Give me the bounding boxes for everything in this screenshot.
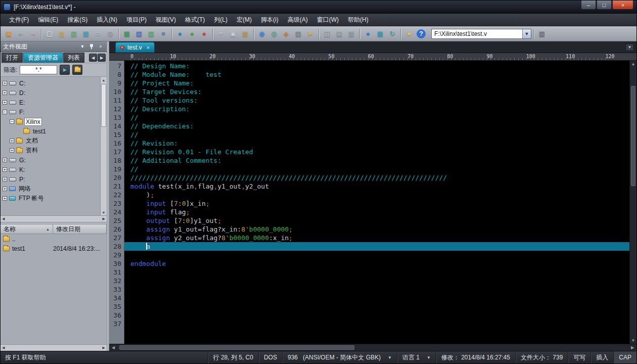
scroll-left-icon[interactable]: ◀: [2, 346, 5, 350]
scroll-left-icon[interactable]: ◀: [2, 217, 5, 221]
collapse-icon[interactable]: −: [10, 119, 14, 124]
code-line-10[interactable]: // Target Devices:: [124, 87, 629, 96]
code-line-36[interactable]: [124, 311, 629, 320]
chrome-browser-icon[interactable]: ●: [199, 28, 210, 39]
code-line-27[interactable]: assign y2_out=flag?8'b0000_0000:x_in;: [124, 234, 629, 242]
scroll-down-icon[interactable]: ▼: [101, 209, 107, 215]
code-line-12[interactable]: // Description:: [124, 105, 629, 113]
sidebar-tab-open[interactable]: 打开: [2, 53, 23, 63]
tree-item-drive-g[interactable]: +G:: [1, 155, 100, 165]
code-line-20[interactable]: ////////////////////////////////////////…: [124, 173, 629, 182]
menu-item-2[interactable]: 搜索(S): [63, 14, 92, 26]
menu-item-0[interactable]: 文件(F): [5, 14, 33, 26]
tree-scroll-thumb[interactable]: [101, 84, 106, 127]
sidebar-horizontal-scrollbar[interactable]: ◀ ▶: [1, 344, 107, 351]
scroll-left-icon[interactable]: ◀: [109, 344, 117, 351]
panel-menu-icon[interactable]: ▼: [79, 43, 86, 50]
expand-icon[interactable]: +: [3, 90, 7, 95]
cut-icon[interactable]: ✂: [215, 28, 226, 39]
code-line-9[interactable]: // Project Name:: [124, 79, 629, 87]
refresh-icon[interactable]: ↻: [387, 28, 398, 39]
scroll-down-icon[interactable]: ▼: [630, 337, 636, 344]
filter-browse-button[interactable]: [72, 65, 82, 75]
sidebar-tab-list[interactable]: 列表: [63, 53, 84, 63]
find-next-icon[interactable]: ◎: [268, 28, 280, 39]
menu-item-12[interactable]: 帮助(H): [343, 14, 373, 26]
tab-close-icon[interactable]: ×: [147, 44, 150, 51]
bookmark-icon[interactable]: ►: [305, 28, 316, 39]
column-mode-icon[interactable]: ▥: [146, 28, 157, 39]
tree-item-test1[interactable]: test1: [1, 126, 100, 136]
copy-icon[interactable]: ▣: [228, 28, 239, 39]
menu-item-10[interactable]: 高级(A): [283, 14, 312, 26]
tree-item-xilinx[interactable]: −Xilinx: [1, 117, 100, 126]
code-line-14[interactable]: // Dependencies:: [124, 122, 629, 130]
editor-vertical-scrollbar[interactable]: ▲ ▼: [629, 61, 636, 344]
expand-icon[interactable]: +: [3, 196, 7, 201]
tree-item-drive-d[interactable]: +D:: [1, 88, 100, 98]
tree-scroll-track[interactable]: [101, 83, 107, 209]
scroll-right-icon[interactable]: ▶: [103, 346, 105, 350]
menu-item-7[interactable]: 列(L): [209, 14, 232, 26]
status-encoding[interactable]: 936 (ANSI/OEM - 简体中文 GBK) ▼: [282, 351, 397, 363]
code-line-19[interactable]: //: [124, 165, 629, 173]
code-line-34[interactable]: [124, 294, 629, 302]
code-line-29[interactable]: [124, 251, 629, 259]
maximize-button[interactable]: □: [597, 1, 612, 10]
tree-item-drive-p[interactable]: +P:: [1, 174, 100, 184]
replace-icon[interactable]: ◈: [281, 28, 292, 39]
editor-hscroll-track[interactable]: [117, 344, 628, 351]
tile-windows-icon[interactable]: ▦: [346, 28, 357, 39]
new-file-icon[interactable]: ▢: [44, 28, 55, 39]
tree-item-ftp-accounts[interactable]: +FTP 帐号: [1, 194, 100, 203]
tree-item-drive-k[interactable]: +K:: [1, 165, 100, 174]
pin-icon[interactable]: [88, 43, 95, 50]
cascade-windows-icon[interactable]: ▣: [334, 28, 345, 39]
tab-scroll-right-icon[interactable]: ▶: [98, 54, 106, 62]
code-line-24[interactable]: input flag;: [124, 208, 629, 216]
status-line-ending[interactable]: DOS: [258, 351, 282, 363]
expand-icon[interactable]: +: [10, 148, 14, 153]
code-area[interactable]: // Design Name: // Module Name: test// P…: [124, 61, 629, 344]
code-line-28[interactable]: a: [124, 242, 629, 251]
save-icon[interactable]: ▥: [68, 28, 79, 39]
web-browse-icon[interactable]: ●: [362, 28, 374, 39]
scroll-right-icon[interactable]: ▶: [628, 344, 636, 351]
file-path-combo[interactable]: F:\Xilinx\test1\test.v ▼: [431, 29, 531, 39]
word-wrap-icon[interactable]: ≡: [158, 28, 169, 39]
save-all-icon[interactable]: ▦: [80, 28, 92, 39]
editor-vscroll-thumb[interactable]: [631, 86, 635, 186]
file-row-0[interactable]: ..: [1, 234, 107, 244]
ie-browser-icon[interactable]: ●: [174, 28, 186, 39]
print-preview-icon[interactable]: ◎: [105, 28, 116, 39]
help-icon[interactable]: ?: [417, 29, 426, 38]
code-line-17[interactable]: // Revision 0.01 - File Created: [124, 148, 629, 156]
code-line-21[interactable]: module test(x_in,flag,y1_out,y2_out: [124, 182, 629, 191]
expand-icon[interactable]: +: [3, 100, 7, 105]
paste-icon[interactable]: ▤: [240, 28, 251, 39]
print-icon[interactable]: ▭: [93, 28, 104, 39]
code-line-32[interactable]: [124, 277, 629, 285]
title-bar[interactable]: [F:\Xilinx\test1\test.v*] - – □ ×: [1, 1, 636, 14]
scroll-up-icon[interactable]: ▲: [101, 77, 107, 83]
expand-icon[interactable]: +: [3, 177, 7, 181]
column-header-name[interactable]: 名称 ▲: [1, 224, 53, 234]
menu-item-5[interactable]: 视图(V): [151, 14, 180, 26]
menu-item-3[interactable]: 插入(N): [92, 14, 122, 26]
code-line-23[interactable]: input [7:0]x_in;: [124, 199, 629, 208]
find-icon[interactable]: ◉: [256, 28, 267, 39]
status-caps-lock[interactable]: CAP: [613, 351, 636, 363]
tree-item-materials[interactable]: +资料: [1, 146, 100, 155]
open-file-icon[interactable]: ▤: [56, 28, 67, 39]
filter-apply-button[interactable]: ▶: [60, 65, 70, 75]
menu-item-4[interactable]: 项目(P): [122, 14, 151, 26]
expand-icon[interactable]: +: [10, 139, 14, 143]
combo-dropdown-icon[interactable]: ▼: [522, 29, 531, 38]
expand-icon[interactable]: +: [3, 81, 7, 85]
code-line-37[interactable]: [124, 320, 629, 328]
status-writable[interactable]: 可写: [568, 351, 590, 363]
code-line-13[interactable]: //: [124, 113, 629, 122]
menu-item-8[interactable]: 宏(M): [232, 14, 256, 26]
menu-item-11[interactable]: 窗口(W): [312, 14, 343, 26]
menu-item-9[interactable]: 脚本(i): [256, 14, 283, 26]
